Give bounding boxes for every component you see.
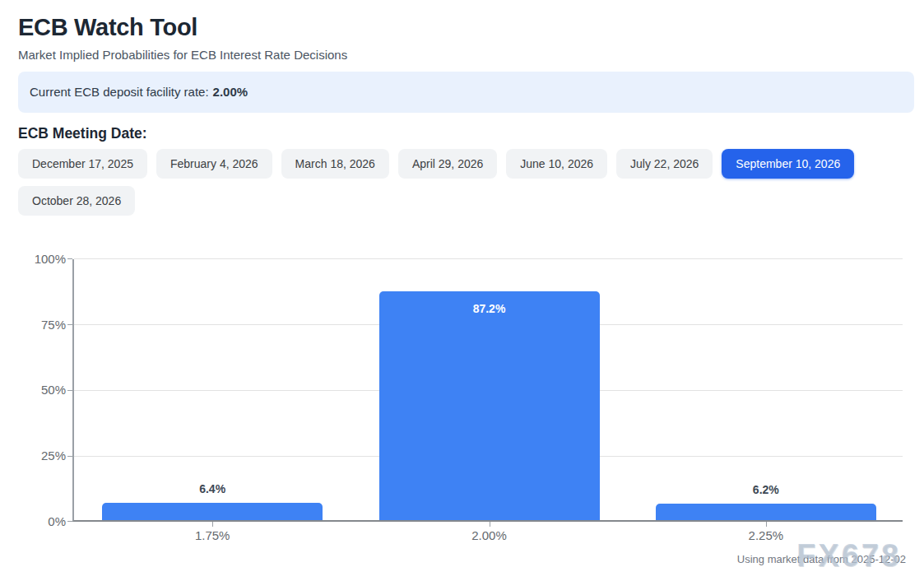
gridline <box>74 258 903 259</box>
meeting-date-button[interactable]: September 10, 2026 <box>722 149 854 179</box>
meeting-date-button[interactable]: April 29, 2026 <box>398 149 497 179</box>
current-rate-banner: Current ECB deposit facility rate: 2.00% <box>18 72 914 113</box>
x-axis-label: 2.00% <box>471 528 507 542</box>
y-axis-tick <box>67 456 72 457</box>
current-rate-label: Current ECB deposit facility rate: <box>30 85 209 99</box>
y-axis-tick <box>67 258 72 259</box>
meeting-date-button[interactable]: March 18, 2026 <box>281 149 389 179</box>
meeting-date-button[interactable]: June 10, 2026 <box>506 149 607 179</box>
y-axis-label: 0% <box>20 514 66 529</box>
y-axis-label: 50% <box>20 383 66 397</box>
bar-value-label: 6.4% <box>199 482 225 495</box>
meeting-date-heading: ECB Meeting Date: <box>18 125 906 142</box>
x-axis-label: 2.25% <box>749 528 784 542</box>
meeting-date-button[interactable]: October 28, 2026 <box>18 186 135 216</box>
bar[interactable] <box>379 291 600 520</box>
bar[interactable] <box>102 503 323 519</box>
bar-value-label: 87.2% <box>473 302 506 315</box>
probability-chart: 0%25%50%75%100%1.75%6.4%2.00%87.2%2.25%6… <box>72 259 903 522</box>
data-source-note: Using market data from 2025-12-02 <box>737 553 906 565</box>
y-axis-tick <box>67 390 72 391</box>
meeting-date-list: December 17, 2025February 4, 2026March 1… <box>18 149 857 216</box>
y-axis-tick <box>67 521 72 522</box>
y-axis-tick <box>67 324 72 325</box>
chart-footer: Using market data from 2025-12-02 FX678 <box>18 551 906 569</box>
chart-plot: 0%25%50%75%100%1.75%6.4%2.00%87.2%2.25%6… <box>72 259 903 522</box>
bar-value-label: 6.2% <box>753 483 779 496</box>
meeting-date-button[interactable]: July 22, 2026 <box>616 149 713 179</box>
current-rate-value: 2.00% <box>213 85 248 99</box>
page-title: ECB Watch Tool <box>18 14 906 41</box>
x-axis-tick <box>766 522 767 527</box>
bar[interactable] <box>656 504 876 520</box>
meeting-date-button[interactable]: February 4, 2026 <box>156 149 272 179</box>
y-axis-label: 100% <box>20 252 66 267</box>
x-axis-label: 1.75% <box>195 528 230 542</box>
page: ECB Watch Tool Market Implied Probabilit… <box>0 0 924 581</box>
y-axis-label: 75% <box>20 318 66 332</box>
x-axis-tick <box>212 522 213 527</box>
page-subtitle: Market Implied Probabilities for ECB Int… <box>18 47 906 63</box>
x-axis-tick <box>490 522 490 527</box>
y-axis-label: 25% <box>20 449 66 463</box>
meeting-date-button[interactable]: December 17, 2025 <box>18 149 147 179</box>
